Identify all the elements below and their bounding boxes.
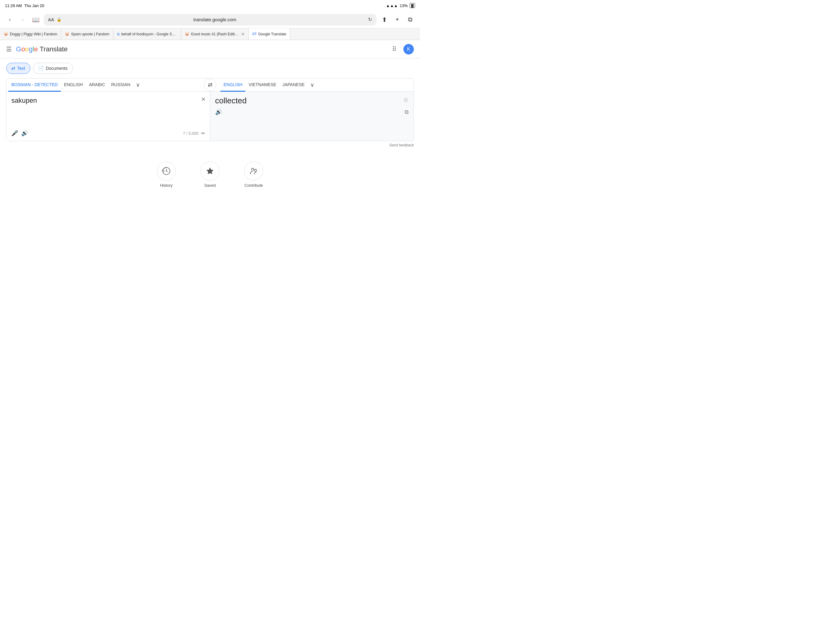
save-translation-button[interactable]: ☆: [403, 96, 409, 103]
tab-favicon-search: G: [117, 32, 120, 36]
new-tab-button[interactable]: +: [392, 15, 402, 25]
source-lang-more[interactable]: ∨: [133, 79, 142, 91]
copy-button[interactable]: ⧉: [405, 109, 409, 116]
tab-label-music: Good music #1 (Rash Edition) | Fa...: [191, 32, 240, 36]
swap-languages-button[interactable]: ⇄: [204, 79, 216, 91]
tab-music[interactable]: 🐷 Good music #1 (Rash Edition) | Fa... ✕: [181, 28, 249, 40]
svg-point-3: [254, 169, 256, 171]
status-right: ▲▲▲ 13% ▓: [386, 3, 415, 8]
forward-button[interactable]: ›: [18, 15, 28, 25]
target-footer: 🔊 ⧉: [215, 109, 409, 116]
svg-marker-1: [206, 167, 213, 174]
target-lang-vietnamese[interactable]: VIETNAMESE: [245, 78, 279, 92]
tab-label-doggy: Doggy | Piggy Wiki | Fandom: [10, 32, 57, 36]
tab-favicon-music: 🐷: [185, 32, 189, 36]
contribute-action[interactable]: Contribute: [244, 161, 263, 188]
tab-favicon-spam: 🐷: [65, 32, 69, 36]
microphone-button[interactable]: 🎤: [11, 130, 18, 136]
browser-toolbar: ‹ › 📖 AA 🔒 translate.google.com ↻ ⬆ + ⧉: [0, 11, 420, 28]
source-text-input[interactable]: sakupen: [11, 96, 205, 127]
source-lang-bosnian[interactable]: BOSNIAN - DETECTED: [8, 78, 61, 92]
documents-mode-icon: 📄: [38, 65, 44, 71]
app-header: ☰ G o o g l e Translate ⠿ K: [0, 40, 420, 59]
tabs-bar: 🐷 Doggy | Piggy Wiki | Fandom 🐷 Spam upv…: [0, 28, 420, 40]
translation-panels: sakupen ✕ 🎤 🔊 7 / 5,000 ✏ collected ☆: [6, 92, 414, 141]
battery-percentage: 13%: [400, 3, 408, 8]
back-button[interactable]: ‹: [5, 15, 15, 25]
saved-label: Saved: [204, 183, 216, 188]
text-size-button: AA: [48, 17, 54, 22]
source-footer: 🎤 🔊 7 / 5,000 ✏: [11, 130, 205, 136]
text-mode-button[interactable]: ⇄ Text: [6, 63, 30, 74]
apps-button[interactable]: ⠿: [389, 44, 399, 54]
lock-icon: 🔒: [57, 17, 62, 22]
share-button[interactable]: ⬆: [379, 15, 389, 25]
url-text: translate.google.com: [64, 17, 366, 22]
source-actions: 🎤 🔊: [11, 130, 28, 136]
toolbar-right: ⬆ + ⧉: [379, 15, 415, 25]
reload-button[interactable]: ↻: [368, 17, 372, 22]
text-mode-icon: ⇄: [11, 65, 15, 71]
google-logo: G o o g l e Translate: [16, 45, 68, 53]
tab-doggy[interactable]: 🐷 Doggy | Piggy Wiki | Fandom: [0, 28, 61, 40]
source-speaker-button[interactable]: 🔊: [21, 130, 28, 136]
source-lang-english[interactable]: ENGLISH: [61, 78, 86, 92]
tab-switcher-button[interactable]: ⧉: [405, 15, 415, 25]
target-lang-group: ENGLISH VIETNAMESE JAPANESE ∨: [219, 78, 414, 91]
target-panel: collected ☆ 🔊 ⧉: [210, 92, 414, 141]
tab-close-music[interactable]: ✕: [241, 32, 245, 36]
documents-mode-label: Documents: [46, 66, 68, 71]
tab-label-search: behalf of foodisyum - Google Sea...: [121, 32, 177, 36]
tab-translate[interactable]: GT Google Translate: [249, 28, 290, 40]
battery-icon: ▓: [409, 3, 415, 8]
tab-favicon-translate: GT: [253, 32, 257, 36]
saved-icon-circle: [201, 161, 219, 180]
target-lang-more[interactable]: ∨: [308, 79, 317, 91]
header-right: ⠿ K: [389, 44, 414, 54]
contribute-icon-circle: [244, 161, 263, 180]
target-text: collected: [215, 96, 403, 106]
send-feedback-text: Send feedback: [389, 143, 414, 147]
text-mode-label: Text: [17, 66, 25, 71]
tab-search[interactable]: G behalf of foodisyum - Google Sea...: [114, 28, 181, 40]
logo-e: e: [34, 45, 38, 53]
history-label: History: [160, 183, 172, 188]
logo-o2: o: [25, 45, 28, 53]
header-left: ☰ G o o g l e Translate: [6, 45, 68, 53]
target-speaker-button[interactable]: 🔊: [215, 109, 222, 116]
source-lang-arabic[interactable]: ARABIC: [86, 78, 108, 92]
status-date: Thu Jan 20: [24, 3, 44, 8]
translation-container: BOSNIAN - DETECTED ENGLISH ARABIC RUSSIA…: [6, 78, 414, 141]
tab-label-translate: Google Translate: [258, 32, 286, 36]
bookmarks-button[interactable]: 📖: [31, 15, 41, 25]
address-bar[interactable]: AA 🔒 translate.google.com ↻: [44, 14, 376, 25]
char-count: 7 / 5,000: [183, 131, 199, 136]
status-time: 11:29 AM: [5, 3, 22, 8]
status-bar: 11:29 AM Thu Jan 20 ▲▲▲ 13% ▓: [0, 0, 420, 11]
contribute-label: Contribute: [245, 183, 263, 188]
tab-favicon-doggy: 🐷: [4, 32, 8, 36]
edit-button[interactable]: ✏: [201, 130, 205, 136]
wifi-icon: ▲▲▲: [386, 3, 398, 8]
target-lang-english[interactable]: ENGLISH: [221, 78, 245, 92]
send-feedback[interactable]: Send feedback: [0, 141, 420, 149]
logo-g: G: [16, 45, 21, 53]
clear-text-button[interactable]: ✕: [201, 96, 206, 103]
svg-point-2: [251, 168, 254, 171]
avatar[interactable]: K: [403, 44, 414, 54]
mode-selector: ⇄ Text 📄 Documents: [0, 59, 420, 78]
tab-label-spam: Spam upvote | Fandom: [71, 32, 109, 36]
source-lang-group: BOSNIAN - DETECTED ENGLISH ARABIC RUSSIA…: [6, 78, 201, 91]
saved-action[interactable]: Saved: [201, 161, 219, 188]
logo-g2: g: [29, 45, 33, 53]
history-icon-circle: [157, 161, 176, 180]
source-lang-russian[interactable]: RUSSIAN: [108, 78, 133, 92]
tab-spam[interactable]: 🐷 Spam upvote | Fandom: [61, 28, 114, 40]
target-lang-japanese[interactable]: JAPANESE: [279, 78, 308, 92]
menu-button[interactable]: ☰: [6, 46, 12, 53]
status-left: 11:29 AM Thu Jan 20: [5, 3, 44, 8]
bottom-actions: History Saved Contribute: [0, 149, 420, 200]
language-selectors: BOSNIAN - DETECTED ENGLISH ARABIC RUSSIA…: [6, 78, 414, 92]
documents-mode-button[interactable]: 📄 Documents: [33, 63, 73, 74]
history-action[interactable]: History: [157, 161, 176, 188]
